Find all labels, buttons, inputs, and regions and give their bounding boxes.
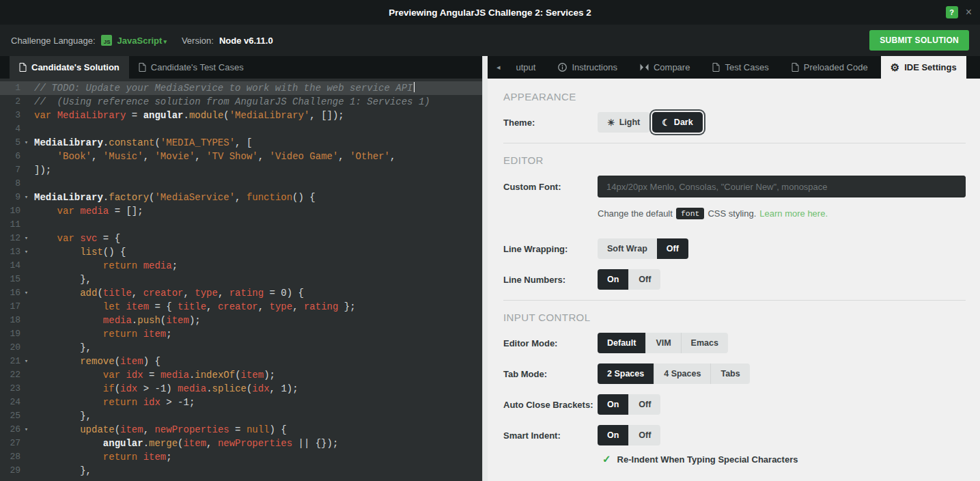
- help-icon[interactable]: ?: [946, 6, 958, 18]
- theme-dark-button[interactable]: ☾ Dark: [652, 112, 702, 133]
- code-line-23[interactable]: 23 if(idx > -1) media.splice(idx, 1);: [0, 382, 482, 396]
- line-number: 8: [0, 177, 20, 191]
- code-line-19[interactable]: 19 return item;: [0, 327, 482, 341]
- code-line-18[interactable]: 18 media.push(item);: [0, 314, 482, 327]
- collapse-panel-arrow-icon[interactable]: ◂: [488, 63, 503, 72]
- fold-spacer: [20, 341, 32, 355]
- line-number: 13: [0, 245, 20, 259]
- line-number: 11: [0, 218, 20, 232]
- fold-spacer: [20, 259, 32, 273]
- code-line-24[interactable]: 24 return idx > -1;: [0, 396, 482, 409]
- line-numbers-label: Line Numbers:: [503, 275, 598, 285]
- submit-solution-button[interactable]: SUBMIT SOLUTION: [869, 30, 969, 51]
- editor-mode-option-emacs[interactable]: Emacs: [681, 333, 728, 353]
- line-number: 20: [0, 341, 20, 355]
- fold-spacer: [20, 368, 32, 382]
- version-value: Node v6.11.0: [219, 36, 273, 46]
- editor-mode-option-default[interactable]: Default: [598, 333, 645, 353]
- info-icon: [558, 63, 567, 72]
- code-line-3[interactable]: 3var MediaLibrary = angular.module('Medi…: [0, 109, 482, 122]
- fold-spacer: [20, 177, 32, 191]
- smart-indent-option-off[interactable]: Off: [628, 425, 660, 445]
- line-wrapping-option-soft-wrap[interactable]: Soft Wrap: [598, 238, 657, 259]
- line-number: 22: [0, 368, 20, 382]
- tab-mode-option-tabs[interactable]: Tabs: [710, 363, 749, 384]
- code-line-16[interactable]: 16▾ add(title, creator, type, rating = 0…: [0, 286, 482, 300]
- code-text: angular.merge(item, newProperties || {})…: [32, 437, 482, 450]
- code-text: var media = [];: [32, 204, 482, 218]
- line-numbers-option-on[interactable]: On: [598, 269, 628, 290]
- fold-arrow-icon[interactable]: ▾: [20, 136, 32, 150]
- tab-test-cases[interactable]: Test Cases: [703, 56, 778, 79]
- language-dropdown[interactable]: JavaScript▾: [117, 36, 167, 46]
- theme-light-button[interactable]: ☀ Light: [598, 112, 649, 133]
- custom-font-input[interactable]: [598, 176, 966, 197]
- tab-instructions[interactable]: Instructions: [548, 56, 626, 79]
- tab-label: Candidate's Test Cases: [151, 62, 244, 72]
- tab-candidate-s-test-cases[interactable]: Candidate's Test Cases: [129, 56, 253, 79]
- code-line-29[interactable]: 29 },: [0, 464, 482, 478]
- code-line-10[interactable]: 10 var media = [];: [0, 204, 482, 218]
- code-line-12[interactable]: 12▾ var svc = {: [0, 232, 482, 245]
- code-text: },: [32, 464, 482, 478]
- line-number: 21: [0, 355, 20, 368]
- pane-splitter[interactable]: [482, 56, 488, 481]
- line-number: 2: [0, 95, 20, 109]
- code-line-25[interactable]: 25 },: [0, 409, 482, 423]
- checkmark-icon[interactable]: ✓: [602, 453, 611, 465]
- tab-mode-option-4-spaces[interactable]: 4 Spaces: [654, 363, 710, 384]
- fold-arrow-icon[interactable]: ▾: [20, 245, 32, 259]
- code-line-8[interactable]: 8: [0, 177, 482, 191]
- editor-mode-row: Editor Mode: DefaultVIMEmacs: [503, 333, 966, 353]
- tab-mode-option-2-spaces[interactable]: 2 Spaces: [598, 363, 654, 384]
- line-wrapping-option-off[interactable]: Off: [657, 238, 688, 259]
- close-icon[interactable]: ×: [966, 7, 972, 18]
- code-line-15[interactable]: 15 },: [0, 273, 482, 286]
- editor-mode-option-vim[interactable]: VIM: [645, 333, 680, 353]
- code-line-9[interactable]: 9▾MediaLibrary.factory('MediaService', f…: [0, 191, 482, 204]
- fold-arrow-icon[interactable]: ▾: [20, 423, 32, 437]
- code-line-7[interactable]: 7]);: [0, 163, 482, 177]
- code-line-22[interactable]: 22 var idx = media.indexOf(item);: [0, 368, 482, 382]
- code-line-11[interactable]: 11: [0, 218, 482, 232]
- code-line-13[interactable]: 13▾ list() {: [0, 245, 482, 259]
- auto-close-option-off[interactable]: Off: [628, 394, 660, 415]
- code-line-28[interactable]: 28 return item;: [0, 450, 482, 464]
- window-title: Previewing AngularJS Challenge 2: Servic…: [0, 8, 980, 18]
- code-line-27[interactable]: 27 angular.merge(item, newProperties || …: [0, 437, 482, 450]
- code-line-1[interactable]: 1// TODO: Update your MediaService to wo…: [0, 81, 482, 95]
- fold-spacer: [20, 464, 32, 478]
- left-tab-bar: Candidate's SolutionCandidate's Test Cas…: [0, 56, 482, 79]
- fold-arrow-icon[interactable]: ▾: [20, 191, 32, 204]
- code-editor[interactable]: 1// TODO: Update your MediaService to wo…: [0, 79, 482, 481]
- tab-ide-settings[interactable]: ⚙IDE Settings: [881, 56, 966, 79]
- tab-utput[interactable]: utput: [507, 56, 546, 79]
- code-line-26[interactable]: 26▾ update(item, newProperties = null) {: [0, 423, 482, 437]
- fold-arrow-icon[interactable]: ▾: [20, 355, 32, 368]
- code-line-21[interactable]: 21▾ remove(item) {: [0, 355, 482, 368]
- code-text: return item;: [32, 450, 482, 464]
- code-text: if(idx > -1) media.splice(idx, 1);: [32, 382, 482, 396]
- smart-indent-row: Smart Indent: OnOff: [503, 425, 966, 445]
- learn-more-link[interactable]: Learn more here.: [759, 208, 828, 219]
- code-text: [32, 122, 482, 136]
- code-line-4[interactable]: 4: [0, 122, 482, 136]
- custom-font-help: Change the default font CSS styling. Lea…: [598, 208, 966, 219]
- smart-indent-option-on[interactable]: On: [598, 425, 628, 445]
- tab-compare[interactable]: Compare: [630, 56, 699, 79]
- fold-arrow-icon[interactable]: ▾: [20, 232, 32, 245]
- code-line-20[interactable]: 20 },: [0, 341, 482, 355]
- chevron-down-icon: ▾: [163, 38, 167, 45]
- code-line-6[interactable]: 6 'Book', 'Music', 'Movie', 'TV Show', '…: [0, 150, 482, 163]
- code-line-5[interactable]: 5▾MediaLibrary.constant('MEDIA_TYPES', [: [0, 136, 482, 150]
- fold-spacer: [20, 327, 32, 341]
- tab-preloaded-code[interactable]: Preloaded Code: [782, 56, 878, 79]
- auto-close-option-on[interactable]: On: [598, 394, 628, 415]
- fold-spacer: [20, 382, 32, 396]
- code-line-14[interactable]: 14 return media;: [0, 259, 482, 273]
- fold-arrow-icon[interactable]: ▾: [20, 286, 32, 300]
- tab-candidate-s-solution[interactable]: Candidate's Solution: [10, 56, 129, 79]
- line-numbers-option-off[interactable]: Off: [628, 269, 660, 290]
- code-line-2[interactable]: 2// (Using reference solution from Angul…: [0, 95, 482, 109]
- code-line-17[interactable]: 17 let item = { title, creator, type, ra…: [0, 300, 482, 314]
